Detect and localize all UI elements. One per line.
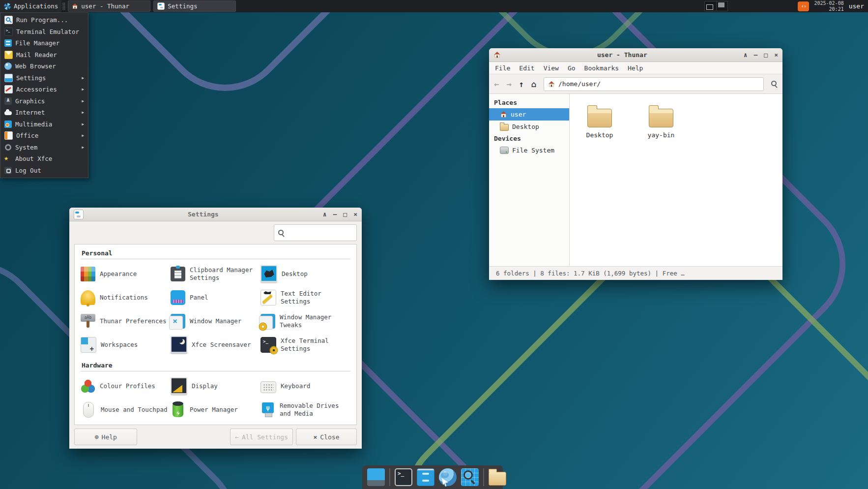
usb-drive-icon bbox=[260, 402, 275, 417]
menu-item-system[interactable]: System ▶ bbox=[0, 142, 88, 153]
up-button[interactable]: ↑ bbox=[519, 79, 524, 89]
menu-go[interactable]: Go bbox=[568, 64, 576, 72]
folder-icon bbox=[500, 124, 509, 131]
window-controls bbox=[323, 211, 357, 218]
terminal-settings-icon bbox=[260, 337, 276, 353]
settings-titlebar[interactable]: Settings bbox=[69, 208, 362, 221]
minimize-button[interactable] bbox=[754, 51, 758, 59]
settings-item-thunar-preferences[interactable]: Thunar Preferences bbox=[81, 309, 171, 333]
search-input[interactable] bbox=[288, 229, 352, 237]
settings-item-keyboard[interactable]: Keyboard bbox=[260, 374, 350, 398]
dock-separator bbox=[483, 468, 484, 486]
taskbar-button-settings[interactable]: Settings bbox=[153, 0, 236, 12]
settings-item-notifications[interactable]: Notifications bbox=[81, 286, 171, 309]
settings-item-workspaces[interactable]: Workspaces bbox=[81, 333, 171, 357]
settings-item-panel[interactable]: Panel bbox=[171, 286, 260, 309]
shade-button[interactable] bbox=[323, 211, 327, 218]
settings-footer: Help All Settings Close bbox=[69, 425, 362, 449]
settings-item-screensaver[interactable]: Xfce Screensaver bbox=[171, 333, 260, 357]
maximize-button[interactable] bbox=[343, 211, 347, 218]
shade-button[interactable] bbox=[744, 51, 748, 59]
application-finder-icon[interactable] bbox=[461, 468, 479, 486]
menu-item-settings[interactable]: Settings ▶ bbox=[0, 72, 88, 84]
menu-view[interactable]: View bbox=[544, 64, 559, 72]
settings-item-window-manager[interactable]: Window Manager bbox=[171, 309, 260, 333]
search-icon[interactable] bbox=[771, 81, 778, 87]
settings-item-clipboard-manager[interactable]: Clipboard Manager Settings bbox=[171, 262, 260, 286]
menu-item-web-browser[interactable]: Web Browser bbox=[0, 61, 88, 72]
menu-file[interactable]: File bbox=[495, 64, 510, 72]
settings-item-window-manager-tweaks[interactable]: Window Manager Tweaks bbox=[260, 309, 350, 333]
personal-grid: Appearance Clipboard Manager Settings De… bbox=[81, 262, 350, 357]
devices-header: Devices bbox=[489, 133, 569, 144]
desktop-monitor-icon bbox=[260, 265, 277, 283]
sidebar-item-desktop[interactable]: Desktop bbox=[489, 121, 569, 133]
notification-badge-icon[interactable]: ‹› bbox=[798, 1, 809, 11]
location-path: /home/user/ bbox=[558, 80, 601, 88]
close-button[interactable] bbox=[353, 211, 357, 218]
menu-item-terminal-emulator[interactable]: Terminal Emulator bbox=[0, 26, 88, 38]
file-item-desktop[interactable]: Desktop bbox=[573, 105, 627, 139]
workspace-2[interactable] bbox=[717, 1, 728, 11]
close-settings-button[interactable]: Close bbox=[296, 428, 357, 445]
forward-button[interactable]: → bbox=[506, 79, 511, 89]
settings-item-removable-drives[interactable]: Removable Drives and Media bbox=[260, 398, 350, 422]
workspaces-icon bbox=[81, 337, 96, 353]
show-desktop-icon[interactable] bbox=[367, 468, 385, 486]
home-button[interactable]: ⌂ bbox=[531, 79, 536, 89]
menu-item-internet[interactable]: Internet ▶ bbox=[0, 107, 88, 119]
thunar-titlebar[interactable]: user - Thunar bbox=[489, 48, 782, 62]
location-bar[interactable]: /home/user/ bbox=[544, 77, 764, 91]
maximize-button[interactable] bbox=[764, 51, 768, 59]
settings-window: Settings Personal Appearance Clipboard M… bbox=[69, 208, 362, 449]
applications-menu-button[interactable]: Applications bbox=[0, 0, 61, 12]
settings-item-display[interactable]: Display bbox=[171, 374, 260, 398]
menu-item-mail-reader[interactable]: Mail Reader bbox=[0, 49, 88, 61]
top-panel: Applications user - Thunar Settings ‹› 2… bbox=[0, 0, 868, 12]
search-box[interactable] bbox=[274, 224, 357, 241]
back-button[interactable]: ← bbox=[494, 79, 499, 89]
web-browser-icon[interactable] bbox=[439, 468, 457, 486]
settings-item-terminal-settings[interactable]: Xfce Terminal Settings bbox=[260, 333, 350, 357]
terminal-icon[interactable] bbox=[395, 468, 412, 486]
settings-item-power-manager[interactable]: Power Manager bbox=[171, 398, 260, 422]
sidebar-item-file-system[interactable]: File System bbox=[489, 144, 569, 156]
menu-item-office[interactable]: Office ▶ bbox=[0, 130, 88, 142]
settings-item-colour-profiles[interactable]: Colour Profiles bbox=[81, 374, 171, 398]
window-manager-icon bbox=[171, 314, 185, 329]
close-button[interactable] bbox=[774, 51, 778, 59]
settings-item-desktop[interactable]: Desktop bbox=[260, 262, 350, 286]
settings-item-appearance[interactable]: Appearance bbox=[81, 262, 171, 286]
menu-help[interactable]: Help bbox=[628, 64, 643, 72]
menu-item-graphics[interactable]: Graphics ▶ bbox=[0, 95, 88, 107]
file-manager-icon bbox=[4, 39, 12, 47]
menu-edit[interactable]: Edit bbox=[519, 64, 534, 72]
run-program-icon bbox=[4, 16, 13, 24]
star-icon bbox=[4, 155, 12, 162]
taskbar-button-thunar[interactable]: user - Thunar bbox=[68, 0, 150, 12]
thunar-files-pane[interactable]: Desktop yay-bin bbox=[570, 94, 782, 266]
office-icon bbox=[4, 131, 13, 140]
minimize-button[interactable] bbox=[333, 211, 337, 218]
menu-item-log-out[interactable]: Log Out bbox=[0, 165, 88, 177]
workspace-pager[interactable] bbox=[704, 1, 728, 11]
all-settings-button[interactable]: All Settings bbox=[230, 428, 293, 445]
settings-item-text-editor[interactable]: Text Editor Settings bbox=[260, 286, 350, 309]
submenu-arrow-icon: ▶ bbox=[82, 145, 84, 150]
dock-separator bbox=[389, 468, 390, 486]
help-button[interactable]: Help bbox=[74, 428, 137, 445]
file-cabinet-icon[interactable] bbox=[417, 468, 434, 486]
menu-item-accessories[interactable]: Accessories ▶ bbox=[0, 84, 88, 95]
menu-item-multimedia[interactable]: Multimedia ▶ bbox=[0, 119, 88, 130]
menu-item-run-program[interactable]: Run Program... bbox=[0, 14, 88, 26]
workspace-1[interactable] bbox=[705, 1, 717, 11]
panel-clock[interactable]: 2025-02-08 20:21 bbox=[814, 0, 843, 12]
menu-item-about-xfce[interactable]: About Xfce bbox=[0, 153, 88, 165]
menu-bookmarks[interactable]: Bookmarks bbox=[584, 64, 619, 72]
menu-item-file-manager[interactable]: File Manager bbox=[0, 37, 88, 49]
file-item-yay-bin[interactable]: yay-bin bbox=[634, 105, 688, 139]
accessories-icon bbox=[4, 85, 13, 93]
folder-icon[interactable] bbox=[489, 472, 506, 486]
settings-item-mouse-touchpad[interactable]: Mouse and Touchpad bbox=[81, 398, 171, 422]
sidebar-item-user[interactable]: user bbox=[489, 108, 569, 121]
